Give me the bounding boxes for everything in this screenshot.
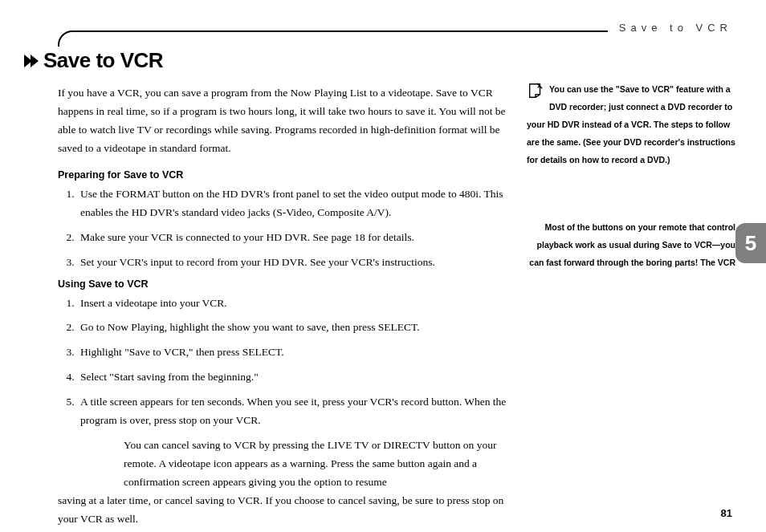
list-item: A title screen appears for ten seconds. …	[77, 393, 507, 430]
note-icon	[527, 82, 544, 99]
list-item: Make sure your VCR is connected to your …	[77, 229, 507, 247]
sidebar-tip-2: Most of the buttons on your remote that …	[527, 218, 735, 271]
sidebar-tip-2-text: Most of the buttons on your remote that …	[529, 222, 735, 267]
subhead-preparing: Preparing for Save to VCR	[58, 169, 507, 181]
page-number: 81	[721, 507, 732, 519]
list-item: Use the FORMAT button on the HD DVR's fr…	[77, 185, 507, 222]
subhead-using: Using Save to VCR	[58, 278, 507, 290]
running-header: Save to VCR	[608, 22, 732, 34]
main-column: Save to VCR If you have a VCR, you can s…	[58, 48, 507, 529]
cancel-note-indented: You can cancel saving to VCR by pressing…	[58, 437, 507, 492]
list-item: Set your VCR's input to record from your…	[77, 254, 507, 272]
cancel-note: You can cancel saving to VCR by pressing…	[58, 437, 507, 529]
sidebar-tip-1: You can use the "Save to VCR" feature wi…	[527, 80, 735, 169]
list-item: Insert a videotape into your VCR.	[77, 294, 507, 313]
sidebar-tip-1-text: You can use the "Save to VCR" feature wi…	[527, 84, 735, 164]
list-item: Go to Now Playing, highlight the show yo…	[77, 319, 507, 337]
chapter-tab: 5	[735, 223, 766, 263]
header-rule: Save to VCR	[58, 22, 732, 47]
cancel-note-flush: saving at a later time, or cancel saving…	[58, 494, 503, 525]
list-item: Highlight "Save to VCR," then press SELE…	[77, 343, 507, 362]
page-title: Save to VCR	[43, 48, 163, 73]
header-curve	[58, 30, 74, 47]
list-item: Select "Start saving from the beginning.…	[77, 368, 507, 387]
sidebar-column: You can use the "Save to VCR" feature wi…	[527, 80, 735, 271]
intro-paragraph: If you have a VCR, you can save a progra…	[58, 84, 507, 158]
using-steps: Insert a videotape into your VCR. Go to …	[58, 294, 507, 431]
preparing-steps: Use the FORMAT button on the HD DVR's fr…	[58, 185, 507, 272]
header-line	[74, 30, 608, 32]
title-row: Save to VCR	[24, 48, 507, 73]
fast-forward-icon	[24, 55, 37, 67]
